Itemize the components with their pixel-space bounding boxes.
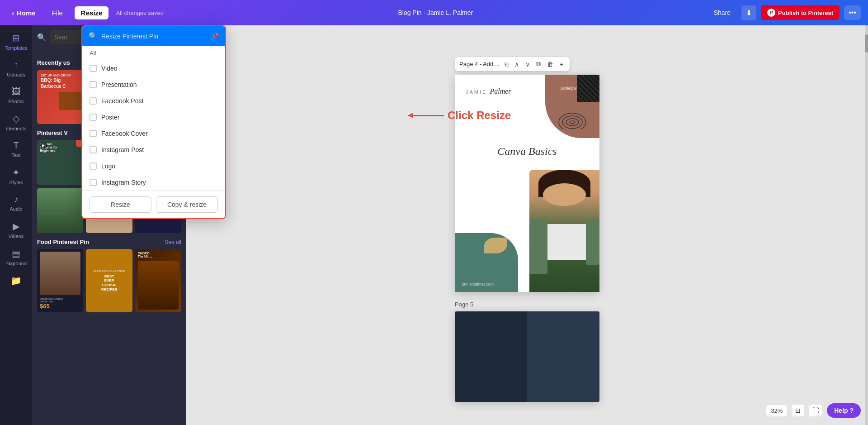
- resize-confirm-button[interactable]: Resize: [90, 196, 151, 213]
- share-button[interactable]: Share: [708, 6, 737, 19]
- sidebar-item-audio[interactable]: ♪ Audio: [2, 191, 31, 215]
- page5-right: [527, 311, 599, 402]
- folder-icon: 📁: [10, 275, 22, 286]
- resize-option-logo[interactable]: Logo: [82, 158, 225, 174]
- food-card-pasta[interactable]: pasta carbonara classic dish $65: [37, 249, 83, 312]
- background-icon: ▤: [12, 248, 20, 259]
- resize-option-presentation[interactable]: Presentation: [82, 76, 225, 93]
- instagram-post-checkbox[interactable]: [90, 146, 97, 153]
- saved-text: All changes saved: [116, 10, 164, 16]
- copy-resize-button[interactable]: Copy & resize: [156, 196, 218, 213]
- sidebar: ⊞ Templates ↑ Uploads 🖼 Photos ◇ Element…: [0, 25, 33, 425]
- page4[interactable]: JAMIE Palmer Canva Basics jamielpalmer.c…: [455, 75, 599, 292]
- uploads-icon: ↑: [14, 60, 19, 70]
- resize-search-input[interactable]: [101, 33, 208, 40]
- zoom-page-icon[interactable]: ⊡: [792, 405, 804, 416]
- choco-card-inner: CHOCOThe Ulti...: [135, 249, 181, 312]
- home-button[interactable]: ‹ Home: [7, 6, 40, 19]
- page4-main-title: Canva Basics: [464, 145, 590, 158]
- resize-actions: Resize Copy & resize: [82, 191, 225, 218]
- presentation-checkbox[interactable]: [90, 81, 97, 88]
- more-button[interactable]: •••: [844, 5, 861, 20]
- page5-label: Page 5: [455, 301, 599, 308]
- canvas-pages: Page 4 - Add ... ⎗ ∧ ∨ ⧉ 🗑 +: [195, 57, 859, 402]
- poster-checkbox[interactable]: [90, 114, 97, 121]
- file-button[interactable]: File: [47, 6, 67, 19]
- text-icon: T: [13, 140, 19, 151]
- svg-point-2: [566, 119, 579, 126]
- page-controls: Page 4 - Add ... ⎗ ∧ ∨ ⧉ 🗑 +: [455, 57, 570, 71]
- sidebar-item-label: Photos: [8, 99, 24, 104]
- svg-point-3: [570, 121, 575, 124]
- sidebar-item-uploads[interactable]: ↑ Uploads: [2, 56, 31, 81]
- see-all-food[interactable]: See all: [165, 239, 181, 245]
- zoom-level: 32%: [766, 405, 787, 416]
- resize-option-facebook-cover[interactable]: Facebook Cover: [82, 125, 225, 142]
- sidebar-item-text[interactable]: T Text: [2, 137, 31, 162]
- pinterest-icon: P: [767, 9, 775, 17]
- resize-options: All Video Presentation Facebook Post Pos…: [82, 46, 225, 191]
- resize-option-instagram-post[interactable]: Instagram Post: [82, 142, 225, 158]
- page-add-button[interactable]: +: [558, 60, 565, 69]
- sidebar-item-label: Text: [11, 153, 20, 158]
- resize-option-poster[interactable]: Poster: [82, 109, 225, 125]
- page-delete-button[interactable]: 🗑: [545, 60, 555, 69]
- download-button[interactable]: ⬇: [741, 5, 756, 20]
- page4-inner: JAMIE Palmer Canva Basics jamielpalmer.c…: [455, 75, 599, 292]
- page-duplicate-button[interactable]: ⧉: [534, 59, 542, 69]
- resize-button[interactable]: Resize: [75, 6, 109, 19]
- canvas-area: Click Resize Page 4 - Add ... ⎗ ∧ ∨ ⧉ 🗑 …: [186, 25, 868, 425]
- sidebar-item-templates[interactable]: ⊞ Templates: [2, 29, 31, 54]
- page5-inner: [455, 311, 599, 402]
- facebook-post-checkbox[interactable]: [90, 97, 97, 105]
- food-card-choco[interactable]: CHOCOThe Ulti...: [135, 249, 181, 312]
- publish-button[interactable]: P Publish to Pinterest: [761, 5, 840, 20]
- page-copy-button[interactable]: ⎗: [503, 60, 510, 69]
- page4-container: Page 4 - Add ... ⎗ ∧ ∨ ⧉ 🗑 +: [455, 57, 599, 292]
- canvas-scrollbar[interactable]: [865, 25, 868, 425]
- page5-left: [455, 311, 527, 402]
- page4-last-name: Palmer: [490, 87, 511, 96]
- choco-label: CHOCOThe Ulti...: [138, 252, 179, 258]
- page5-container: Page 5: [455, 301, 599, 402]
- sidebar-item-photos[interactable]: 🖼 Photos: [2, 83, 31, 108]
- resize-option-video[interactable]: Video: [82, 60, 225, 76]
- page5[interactable]: [455, 311, 599, 402]
- page-down-button[interactable]: ∨: [524, 60, 532, 69]
- page4-first-name: JAMIE: [466, 89, 487, 95]
- sidebar-item-elements[interactable]: ◇ Elements: [2, 110, 31, 135]
- sidebar-item-styles[interactable]: ✦ Styles: [2, 163, 31, 189]
- facebook-post-label: Facebook Post: [101, 97, 143, 105]
- canvas-scrollbar-thumb: [865, 34, 868, 53]
- food-card-cookie[interactable]: ULTIMATE COLLECTION BESTEVERCOOKIERECIPE…: [86, 249, 132, 312]
- facebook-cover-checkbox[interactable]: [90, 130, 97, 137]
- page-up-button[interactable]: ∧: [513, 60, 521, 69]
- page4-concentric-circles: [557, 97, 588, 129]
- video-checkbox[interactable]: [90, 65, 97, 72]
- pin-video-card-hands[interactable]: [37, 188, 83, 233]
- cookie-title: BESTEVERCOOKIERECIPES: [101, 274, 117, 291]
- sidebar-item-folder[interactable]: 📁: [2, 272, 31, 290]
- topbar-right: Share ⬇ P Publish to Pinterest •••: [708, 5, 861, 20]
- sidebar-item-videos[interactable]: ▶ Videos: [2, 217, 31, 243]
- sidebar-item-label: Styles: [9, 180, 23, 185]
- play-icon: ▶: [40, 143, 47, 148]
- person-silhouette: [529, 170, 599, 292]
- resize-search-icon: 🔍: [89, 32, 98, 40]
- elements-icon: ◇: [13, 113, 19, 124]
- cookie-subtitle: ULTIMATE COLLECTION: [93, 270, 125, 272]
- video-label: Video: [101, 65, 118, 72]
- zoom-expand-icon[interactable]: ⛶: [809, 405, 822, 416]
- sidebar-item-background[interactable]: ▤ Bkground: [2, 244, 31, 270]
- page4-name-area: JAMIE Palmer: [466, 87, 511, 96]
- pin-icon[interactable]: 📌: [211, 33, 219, 40]
- sidebar-item-label: Videos: [9, 234, 24, 239]
- instagram-story-checkbox[interactable]: [90, 179, 97, 186]
- resize-option-facebook-post[interactable]: Facebook Post: [82, 93, 225, 109]
- pin-video-card-crochet[interactable]: ▶ CrochetPatterns forBeginners: [37, 140, 83, 185]
- help-button[interactable]: Help ?: [827, 403, 861, 418]
- resize-option-instagram-story[interactable]: Instagram Story: [82, 174, 225, 191]
- instagram-post-label: Instagram Post: [101, 146, 144, 153]
- logo-checkbox[interactable]: [90, 162, 97, 170]
- sidebar-item-label: Audio: [9, 206, 22, 212]
